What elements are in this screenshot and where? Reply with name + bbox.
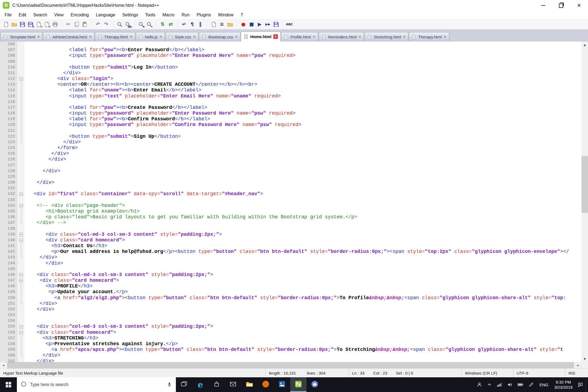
tab-stretching-html[interactable]: Stretching.html✕ [365, 32, 408, 41]
toolbar-zoom-out-button[interactable]: − [145, 20, 153, 28]
microphone-icon[interactable] [167, 382, 172, 387]
toolbar-folder-as-workspace-button[interactable] [226, 20, 234, 28]
language-indicator[interactable]: ENG [536, 382, 552, 387]
toolbar-zoom-in-button[interactable]: + [137, 20, 145, 28]
battery-icon[interactable] [515, 377, 526, 392]
toolbar-show-all-characters-button[interactable]: ¶ [188, 20, 196, 28]
toolbar-record-macro-button[interactable]: ● [240, 20, 247, 28]
toolbar-play-macro-button[interactable]: ▶ [256, 20, 264, 28]
tab-athletecentral-html[interactable]: AthleteCentral.html✕ [43, 32, 94, 41]
menu-item-help[interactable]: ? [237, 11, 247, 19]
toolbar-close-all-button[interactable]: ✕ [43, 20, 51, 28]
tab-reminders-html[interactable]: Reminders.html✕ [319, 32, 364, 41]
tab-close-icon[interactable]: ✕ [273, 34, 278, 39]
horizontal-scrollbar[interactable]: ◄ ► [0, 362, 588, 368]
menu-item-encoding[interactable]: Encoding [67, 11, 92, 19]
toolbar-redo-button[interactable]: ↷ [102, 20, 110, 28]
tab-close-icon[interactable]: ✕ [313, 35, 316, 38]
notepad-plus-plus-icon[interactable]: N [3, 2, 10, 9]
minimize-button[interactable] [534, 0, 552, 11]
fold-collapse-icon[interactable] [19, 77, 23, 81]
close-button[interactable]: ✕ [570, 0, 588, 11]
toolbar-spell-check-button[interactable]: ABC [286, 20, 293, 28]
start-button[interactable] [0, 377, 17, 392]
tab-therapy-html[interactable]: Therapy.html✕ [95, 32, 135, 41]
toolbar-save-all-button[interactable]: + [27, 20, 34, 28]
toolbar-sync-horizontal-button[interactable]: ⇄ [167, 20, 174, 28]
vertical-scrollbar[interactable]: ▲ ▼ [581, 41, 588, 362]
show-hidden-icons-chevron-icon[interactable] [485, 377, 494, 392]
taskbar-app-photos[interactable] [274, 377, 290, 392]
menu-item-plugins[interactable]: Plugins [193, 11, 214, 19]
vertical-scrollbar-thumb[interactable] [581, 156, 588, 213]
scroll-right-arrow-icon[interactable]: ► [575, 362, 581, 368]
tab-close-icon[interactable]: ✕ [193, 35, 196, 38]
menu-item-tools[interactable]: Tools [142, 11, 159, 19]
toolbar-run-macro-multiple-button[interactable]: ▶▶ [264, 20, 272, 28]
toolbar-undo-button[interactable]: ↶ [94, 20, 102, 28]
toolbar-new-file-button[interactable] [2, 20, 10, 28]
fold-collapse-icon[interactable] [19, 331, 23, 334]
taskbar-app-firefox[interactable] [258, 377, 274, 392]
menu-item-window[interactable]: Window [215, 11, 237, 19]
menu-item-file[interactable]: File [1, 11, 15, 19]
toolbar-close-file-button[interactable]: ✕ [35, 20, 42, 28]
menu-item-edit[interactable]: Edit [15, 11, 30, 19]
taskbar-app-mail[interactable] [225, 377, 241, 392]
menu-item-language[interactable]: Language [92, 11, 119, 19]
menu-item-run[interactable]: Run [178, 11, 193, 19]
people-icon[interactable] [474, 377, 485, 392]
fold-collapse-icon[interactable] [19, 204, 23, 207]
fold-collapse-icon[interactable] [19, 273, 23, 277]
restore-button[interactable] [552, 0, 570, 11]
toolbar-open-file-button[interactable] [10, 20, 18, 28]
toolbar-show-indent-guide-button[interactable]: ∥ [197, 20, 204, 28]
tab-bootstrap-css[interactable]: Bootstrap.css✕ [199, 32, 240, 41]
toolbar-function-list-button[interactable]: ≡ [218, 20, 226, 28]
tab-hello-js[interactable]: hello.js✕ [136, 32, 165, 41]
action-center-icon[interactable] [575, 377, 586, 392]
fold-collapse-icon[interactable] [19, 325, 23, 329]
toolbar-copy-button[interactable] [73, 20, 80, 28]
fold-collapse-icon[interactable] [19, 233, 23, 236]
taskbar-app-task-view[interactable] [176, 377, 192, 392]
toolbar-find-button[interactable] [116, 20, 123, 28]
tab-home-html[interactable]: Home.html✕ [241, 32, 281, 41]
toolbar-cut-button[interactable]: ✂ [65, 20, 72, 28]
menu-item-settings[interactable]: Settings [119, 11, 142, 19]
editor[interactable]: 106107 <label for="psw"><b>Enter Passwor… [0, 41, 588, 368]
scroll-left-arrow-icon[interactable]: ◄ [0, 362, 7, 368]
toolbar-replace-button[interactable]: ab [124, 20, 131, 28]
fold-collapse-icon[interactable] [19, 238, 23, 242]
tab-template-html[interactable]: Template.html✕ [1, 32, 42, 41]
tab-close-icon[interactable]: ✕ [89, 35, 92, 38]
taskbar-app-notepad-plus-plus[interactable] [290, 377, 307, 392]
tab-close-icon[interactable]: ✕ [359, 35, 361, 38]
scroll-up-arrow-icon[interactable]: ▲ [581, 41, 588, 48]
tab-therapy-html[interactable]: Therapy.html✕ [409, 32, 449, 41]
scroll-down-arrow-icon[interactable]: ▼ [581, 356, 588, 362]
tab-close-icon[interactable]: ✕ [37, 35, 40, 38]
taskbar-clock[interactable]: 6:32 PM 3/23/2019 [552, 379, 575, 390]
tab-close-icon[interactable]: ✕ [130, 35, 132, 38]
volume-icon[interactable] [505, 377, 515, 392]
code-area[interactable]: 106107 <label for="psw"><b>Enter Passwor… [0, 41, 581, 362]
tab-close-icon[interactable]: ✕ [160, 35, 162, 38]
toolbar-sync-vertical-button[interactable]: ⇅ [159, 20, 166, 28]
toolbar-print-button[interactable] [51, 20, 59, 28]
toolbar-document-map-button[interactable] [210, 20, 218, 28]
taskbar-app-edge[interactable]: e [192, 377, 209, 392]
tab-close-icon[interactable]: ✕ [444, 35, 446, 38]
menu-item-view[interactable]: View [51, 11, 67, 19]
tab-profile-html[interactable]: Profile.html✕ [281, 32, 318, 41]
taskbar-search-box[interactable]: Type here to search [17, 377, 176, 392]
taskbar-app-store[interactable] [209, 377, 225, 392]
horizontal-scrollbar-thumb[interactable] [7, 362, 574, 368]
fold-collapse-icon[interactable] [19, 192, 23, 196]
menu-item-macro[interactable]: Macro [159, 11, 178, 19]
tab-close-icon[interactable]: ✕ [235, 35, 238, 38]
tab-close-icon[interactable]: ✕ [403, 35, 406, 38]
taskbar-app-file-explorer[interactable] [241, 377, 258, 392]
toolbar-paste-button[interactable] [81, 20, 88, 28]
taskbar-app-discord[interactable] [307, 377, 323, 392]
